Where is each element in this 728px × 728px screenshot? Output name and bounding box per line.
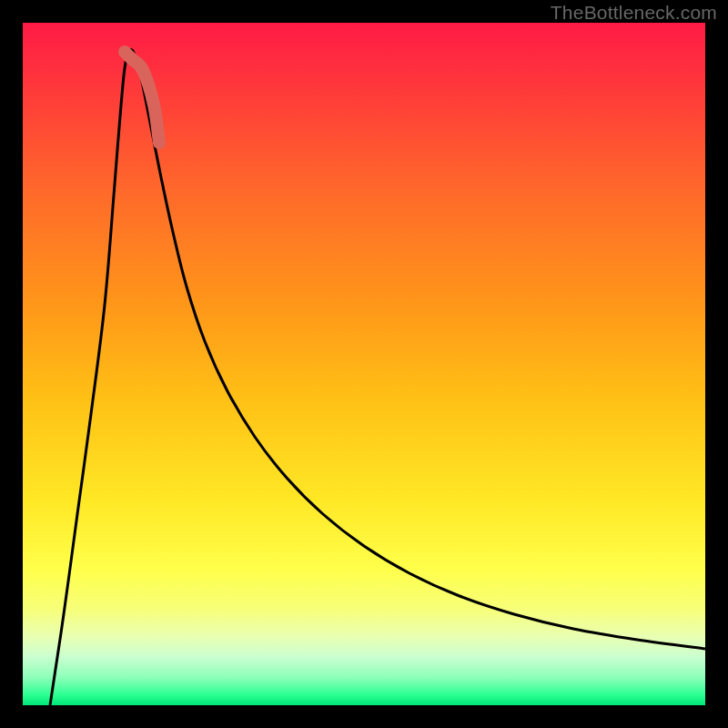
gradient-background xyxy=(23,23,705,705)
chart-frame: TheBottleneck.com xyxy=(0,0,728,728)
watermark-text: TheBottleneck.com xyxy=(551,2,717,24)
plot-area xyxy=(23,23,705,705)
chart-svg xyxy=(23,23,705,705)
